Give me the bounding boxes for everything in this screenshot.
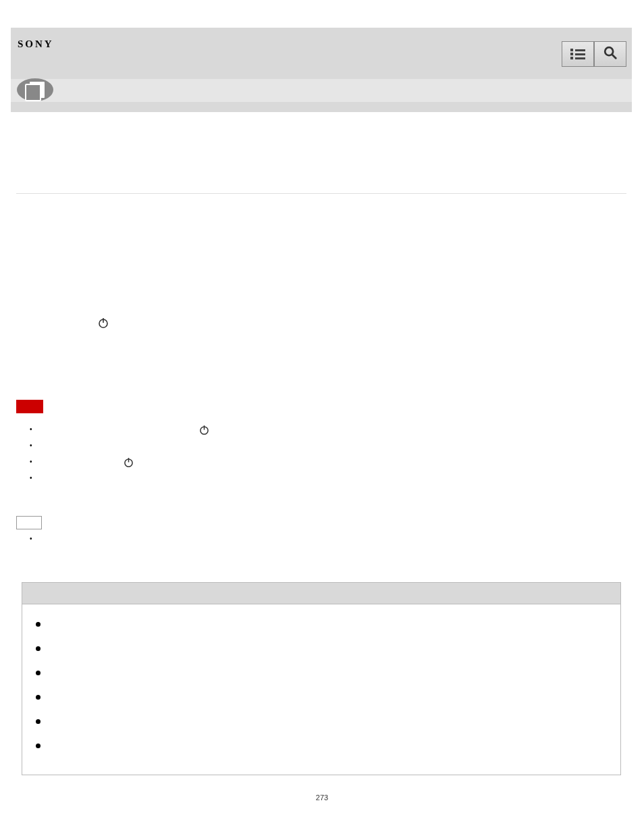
search-button[interactable] [594, 41, 626, 67]
search-icon [603, 45, 618, 63]
list-item[interactable] [36, 738, 620, 762]
related-list [36, 617, 620, 762]
list-item[interactable] [36, 665, 620, 689]
list-item [30, 438, 626, 454]
document-icon [16, 78, 54, 102]
list-item [30, 535, 626, 548]
power-icon [123, 457, 134, 468]
svg-rect-4 [26, 84, 41, 101]
divider [16, 193, 626, 194]
power-icon [97, 317, 109, 329]
note-label [16, 516, 42, 529]
svg-line-1 [612, 55, 616, 59]
page-content [11, 112, 632, 775]
menu-icon [570, 49, 585, 59]
list-item[interactable] [36, 617, 620, 641]
paragraph [16, 315, 626, 329]
list-item [30, 470, 626, 486]
header-bar: SONY [11, 28, 632, 79]
brand-logo: SONY [18, 38, 54, 50]
warning-list [30, 421, 626, 486]
list-item [30, 421, 626, 438]
power-icon [198, 424, 210, 436]
section-bar [11, 79, 632, 102]
menu-button[interactable] [562, 41, 594, 67]
header-strip [11, 102, 632, 112]
related-box [22, 582, 621, 775]
list-item[interactable] [36, 689, 620, 714]
warning-label [16, 400, 43, 413]
header-buttons [562, 41, 626, 67]
related-header [22, 583, 620, 604]
list-item[interactable] [36, 714, 620, 738]
list-item [30, 454, 626, 470]
page-number: 273 [0, 793, 644, 802]
note-list [30, 535, 626, 548]
list-item[interactable] [36, 641, 620, 665]
